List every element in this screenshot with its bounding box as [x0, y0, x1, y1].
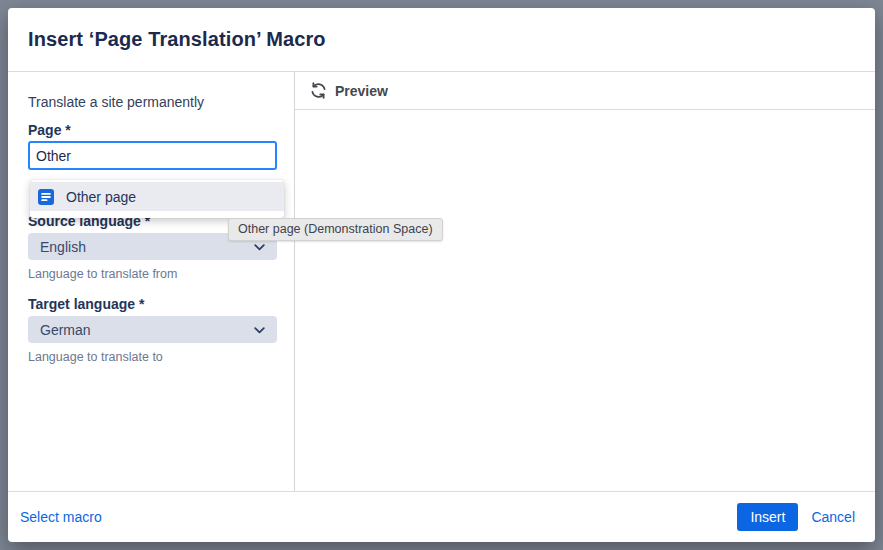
macro-form-panel: Translate a site permanently Page *: [8, 72, 295, 491]
source-language-help: Language to translate from: [28, 267, 177, 281]
modal-blanket: Insert ‘Page Translation’ Macro Translat…: [0, 0, 883, 550]
preview-title: Preview: [335, 83, 388, 99]
page-field-label: Page *: [28, 122, 71, 138]
chevron-down-icon: [254, 244, 265, 251]
page-suggestions-dropdown: Other page: [30, 180, 284, 218]
chevron-down-icon: [254, 327, 265, 334]
select-macro-link[interactable]: Select macro: [20, 509, 102, 525]
source-language-value: English: [40, 239, 86, 255]
target-language-value: German: [40, 322, 91, 338]
page-suggestion-label: Other page: [66, 189, 136, 205]
refresh-icon[interactable]: [310, 82, 327, 99]
dialog-footer: Select macro Insert Cancel: [8, 491, 875, 542]
page-icon: [38, 189, 54, 205]
page-suggestion-item[interactable]: Other page: [30, 182, 284, 211]
target-language-help: Language to translate to: [28, 350, 163, 364]
cancel-link[interactable]: Cancel: [811, 509, 855, 525]
insert-macro-dialog: Insert ‘Page Translation’ Macro Translat…: [8, 8, 875, 542]
preview-header: Preview: [295, 72, 875, 110]
macro-description: Translate a site permanently: [28, 94, 204, 110]
page-input[interactable]: [28, 141, 277, 170]
preview-content: [295, 110, 875, 491]
footer-actions: Insert Cancel: [737, 503, 855, 531]
target-language-label: Target language *: [28, 296, 144, 312]
insert-button[interactable]: Insert: [737, 503, 798, 531]
target-language-select[interactable]: German: [28, 316, 277, 343]
dialog-title: Insert ‘Page Translation’ Macro: [28, 28, 326, 51]
page-suggestion-tooltip: Other page (Demonstration Space): [228, 218, 443, 241]
dialog-body: Translate a site permanently Page *: [8, 72, 875, 491]
preview-panel: Preview: [295, 72, 875, 491]
dialog-header: Insert ‘Page Translation’ Macro: [8, 8, 875, 72]
